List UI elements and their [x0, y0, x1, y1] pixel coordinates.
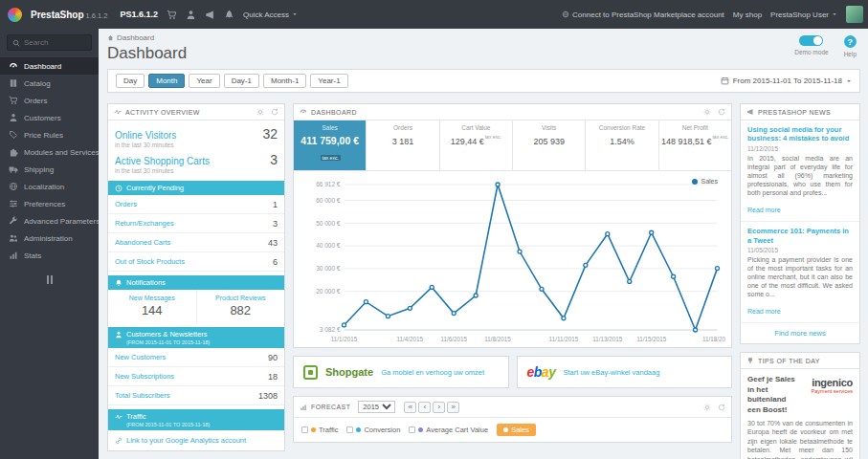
- online-visitors-link[interactable]: Online Visitors: [115, 130, 176, 141]
- period-button-year[interactable]: Year: [189, 74, 219, 88]
- gear-icon[interactable]: [703, 108, 711, 116]
- shopgate-module-promo[interactable]: Shopgate Ga mobiel en verhoog uw omzet: [293, 356, 509, 388]
- sidebar-item-customers[interactable]: Customers: [0, 109, 99, 126]
- average-cart-value-dot: [418, 427, 423, 432]
- refresh-icon[interactable]: [271, 108, 278, 116]
- kpi-conversion-rate[interactable]: Conversion Rate1.54%: [586, 120, 658, 170]
- checkbox: [346, 426, 353, 433]
- find-more-news-link[interactable]: Find more news: [741, 323, 859, 343]
- list-item[interactable]: Total Subscribers1308: [108, 386, 284, 405]
- conversion-dot: [356, 427, 361, 432]
- sidebar-item-shipping[interactable]: Shipping: [0, 161, 99, 178]
- sidebar-item-orders[interactable]: Orders: [0, 92, 99, 109]
- list-item[interactable]: Abandoned Carts43: [108, 233, 284, 252]
- svg-text:3 082 €: 3 082 €: [320, 326, 341, 333]
- user-menu[interactable]: PrestaShop User: [770, 11, 837, 19]
- activity-overview-panel: ACTIVITY OVERVIEW Online Visitors32 in t…: [107, 103, 285, 451]
- help-icon[interactable]: ?: [844, 35, 857, 48]
- period-button-day[interactable]: Day: [116, 74, 145, 88]
- first-page-button[interactable]: «: [404, 402, 416, 413]
- list-item[interactable]: Return/Exchanges3: [108, 214, 284, 233]
- period-button-year-1[interactable]: Year-1: [310, 74, 347, 88]
- shop-name-link[interactable]: PS1.6.1.2: [121, 10, 159, 19]
- customer-icon[interactable]: [186, 10, 196, 20]
- marketplace-link[interactable]: Connect to PrestaShop Marketplace accoun…: [562, 11, 724, 19]
- calendar-icon: [721, 76, 729, 85]
- users-icon: [9, 233, 18, 243]
- sidebar-item-advanced-parameters[interactable]: Advanced Parameters: [0, 212, 99, 230]
- bell-icon: [115, 279, 122, 287]
- cart-icon[interactable]: [167, 10, 177, 20]
- gear-icon[interactable]: [703, 404, 711, 411]
- sidebar-item-preferences[interactable]: Preferences: [0, 195, 99, 212]
- toggle-conversion[interactable]: Conversion: [346, 426, 400, 434]
- demo-mode-toggle[interactable]: [799, 35, 823, 46]
- sidebar-item-localization[interactable]: Localization: [0, 178, 99, 195]
- last-page-button[interactable]: »: [447, 402, 459, 413]
- chevron-down-icon: [846, 78, 852, 84]
- tip-body: 30 tot 70% van de consumenten in Europa …: [747, 419, 853, 459]
- date-range-picker[interactable]: From 2015-11-01 To 2015-11-18: [721, 76, 852, 85]
- ebay-module-promo[interactable]: ebay Start uw eBay-winkel vandaag: [517, 356, 733, 388]
- new-messages-cell[interactable]: New Messages144: [108, 290, 197, 323]
- list-item[interactable]: Orders1: [108, 195, 284, 214]
- toggle-average-cart-value[interactable]: Average Cart Value: [409, 426, 488, 434]
- sidebar-item-modules[interactable]: Modules and Services: [0, 143, 99, 161]
- sidebar-item-administration[interactable]: Administration: [0, 230, 99, 247]
- list-item[interactable]: New Customers90: [108, 348, 284, 367]
- gauge-icon: [9, 61, 18, 71]
- list-item[interactable]: Out of Stock Products6: [108, 252, 284, 272]
- my-shop-link[interactable]: My shop: [733, 11, 762, 19]
- gear-icon[interactable]: [256, 108, 264, 116]
- online-visitors-sub: in the last 30 minutes: [115, 142, 278, 148]
- kpi-cart-value[interactable]: Cart Value129,44 €tax exc.: [440, 120, 513, 170]
- breadcrumb[interactable]: Dashboard: [107, 33, 187, 42]
- active-carts-link[interactable]: Active Shopping Carts: [115, 156, 210, 166]
- news-article: Ecommerce 101: Payments in a Tweet 11/05…: [741, 222, 859, 323]
- news-article-title[interactable]: Using social media for your business: 4 …: [747, 125, 853, 143]
- read-more-link[interactable]: Read more: [747, 308, 781, 315]
- quick-access-menu[interactable]: Quick Access: [243, 11, 298, 19]
- chevron-down-icon: [832, 11, 837, 17]
- sidebar-item-catalog[interactable]: Catalog: [0, 75, 99, 92]
- chart-legend[interactable]: Sales: [692, 178, 718, 185]
- refresh-icon[interactable]: [718, 108, 725, 116]
- prestashop-news-panel: PRESTASHOP NEWS Using social media for y…: [740, 103, 860, 344]
- kpi-orders[interactable]: Orders3 181: [367, 120, 439, 170]
- sidebar-item-stats[interactable]: Stats: [0, 247, 99, 264]
- sidebar-item-dashboard[interactable]: Dashboard: [0, 57, 99, 75]
- shopgate-promo-link[interactable]: Ga mobiel en verhoog uw omzet: [381, 368, 484, 377]
- period-button-month[interactable]: Month: [148, 74, 185, 88]
- sidebar-item-price-rules[interactable]: Price Rules: [0, 126, 99, 143]
- google-analytics-link-row[interactable]: Link to your Google Analytics account: [108, 430, 284, 450]
- news-article-title[interactable]: Ecommerce 101: Payments in a Tweet: [747, 227, 853, 245]
- product-reviews-cell[interactable]: Product Reviews882: [197, 290, 285, 323]
- forecast-year-select[interactable]: 2015: [358, 401, 395, 413]
- sidebar-search[interactable]: [7, 34, 92, 51]
- sidebar-collapse-button[interactable]: [40, 275, 59, 284]
- refresh-icon[interactable]: [718, 404, 725, 411]
- read-more-link[interactable]: Read more: [747, 207, 781, 213]
- panel-title: PRESTASHOP NEWS: [758, 109, 854, 116]
- avatar[interactable]: [846, 6, 863, 23]
- search-input[interactable]: [24, 38, 79, 47]
- svg-text:20 000 €: 20 000 €: [316, 288, 341, 295]
- rocket-icon[interactable]: [224, 10, 234, 20]
- megaphone-icon[interactable]: [205, 10, 215, 20]
- period-button-month-1[interactable]: Month-1: [263, 74, 306, 88]
- puzzle-icon: [9, 147, 18, 157]
- toggle-sales[interactable]: Sales: [497, 424, 536, 436]
- ebay-promo-link[interactable]: Start uw eBay-winkel vandaag: [563, 368, 659, 377]
- kpi-sales[interactable]: Sales411 759,00 €tax exc.: [294, 120, 367, 170]
- next-page-button[interactable]: ›: [433, 402, 445, 413]
- period-button-day-1[interactable]: Day-1: [224, 74, 259, 88]
- kpi-visits[interactable]: Visits205 939: [513, 120, 586, 170]
- cart-icon: [9, 96, 18, 105]
- list-item[interactable]: New Subscriptions18: [108, 367, 284, 386]
- prev-page-button[interactable]: ‹: [418, 402, 431, 413]
- globe-icon: [562, 11, 569, 18]
- kpi-net-profit[interactable]: Net Profit148 918,51 €tax exc.: [659, 120, 731, 170]
- active-carts-sub: in the last 30 minutes: [115, 167, 278, 174]
- sidebar-nav: Dashboard Catalog Orders Customers Price…: [0, 57, 99, 264]
- toggle-traffic[interactable]: Traffic: [301, 426, 338, 434]
